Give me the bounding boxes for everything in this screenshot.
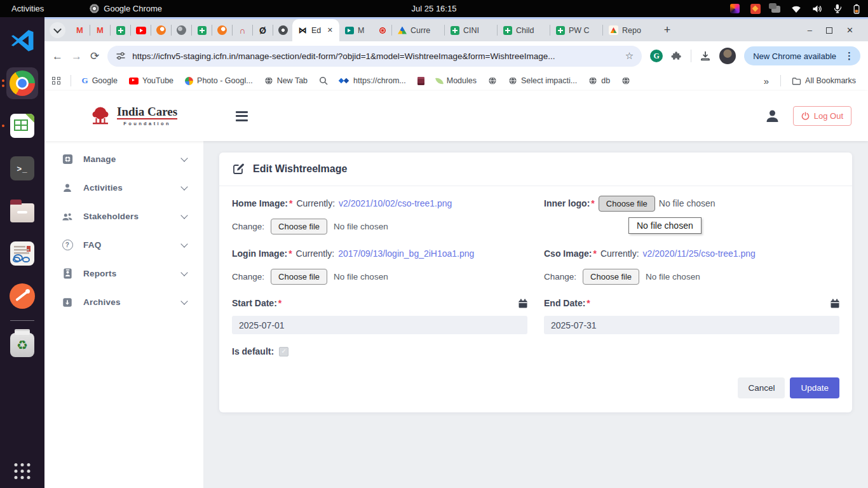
pinned-tab-red-arc[interactable]: ∩ [233, 19, 252, 41]
site-settings-icon[interactable] [116, 51, 126, 61]
extensions-puzzle-icon[interactable] [671, 50, 682, 62]
dock-vscode-icon[interactable] [6, 25, 38, 57]
logout-button[interactable]: Log Out [793, 106, 851, 126]
dock-document-viewer-icon[interactable] [6, 238, 38, 269]
bookmark-star-icon[interactable]: ☆ [625, 50, 634, 62]
chevron-down-icon [180, 240, 187, 247]
microphone-icon[interactable] [833, 4, 842, 13]
sidebar-item-reports[interactable]: Reports [44, 259, 203, 288]
cso-image-current-link[interactable]: v2/2020/11/25/cso-tree1.png [643, 248, 756, 259]
dock-files-icon[interactable] [6, 195, 38, 227]
bookmark-globe[interactable] [617, 74, 635, 87]
home-image-choose-file-button[interactable]: Choose file [271, 219, 327, 234]
all-bookmarks-button[interactable]: All Bookmarks [787, 74, 860, 87]
bookmark-globe[interactable] [484, 74, 501, 87]
volume-icon[interactable] [812, 4, 822, 13]
address-bar[interactable]: https://icfnv5-staging.icfn.in/manage-se… [107, 46, 642, 67]
pinned-tab-gmail[interactable]: M [91, 19, 109, 41]
bookmark-google[interactable]: G Google [78, 74, 122, 88]
bookmark-maroon[interactable] [413, 75, 429, 87]
login-image-choose-file-button[interactable]: Choose file [271, 269, 327, 285]
tab-meet[interactable]: M [339, 19, 391, 41]
sidebar-item-faq[interactable]: ? FAQ [44, 231, 203, 259]
pinned-tab-globe[interactable] [172, 19, 191, 41]
sidebar-item-activities[interactable]: Activities [44, 173, 203, 202]
pinned-tab-null-app[interactable]: Ø [254, 19, 272, 41]
activities-button[interactable]: Activities [0, 0, 55, 17]
bookmark-modules[interactable]: Modules [431, 74, 481, 87]
dock-libreoffice-calc-icon[interactable] [6, 110, 38, 142]
sidebar-toggle-hamburger-icon[interactable] [233, 109, 250, 124]
reload-button[interactable]: ⟳ [90, 51, 99, 62]
close-window-button[interactable]: ✕ [846, 26, 853, 34]
tab-repo[interactable]: Repo [603, 19, 655, 41]
bookmark-chrome-link[interactable]: https://chrom... [335, 74, 410, 87]
active-tab[interactable]: ⋈ Ed ✕ [292, 19, 339, 41]
pinned-tab-gmail[interactable]: M [71, 19, 89, 41]
globe-icon [508, 76, 517, 85]
sidebar-item-archives[interactable]: Archives [44, 288, 203, 316]
bookmark-search[interactable] [315, 74, 332, 87]
sidebar-item-stakeholders[interactable]: Stakeholders [44, 202, 203, 231]
bookmarks-overflow-chevron[interactable]: » [759, 76, 774, 86]
new-tab-button[interactable]: + [659, 22, 675, 39]
battery-icon[interactable] [853, 4, 860, 14]
home-image-current-link[interactable]: v2/2021/10/02/cso-tree1.png [339, 198, 452, 208]
tab-sheet-cini[interactable]: CINI [445, 19, 497, 41]
back-button[interactable]: ← [52, 51, 63, 62]
bookmark-db[interactable]: db [584, 74, 614, 87]
profile-avatar[interactable] [719, 48, 736, 64]
tab-drive[interactable]: Curre [392, 19, 444, 41]
clock[interactable]: Jul 25 16:15 [412, 4, 457, 13]
focused-app-indicator[interactable]: Google Chrome [90, 4, 162, 13]
is-default-checkbox[interactable]: ✓ [279, 347, 288, 356]
calendar-icon[interactable] [519, 299, 527, 308]
end-date-input[interactable] [544, 316, 839, 334]
chevron-down-icon [180, 269, 187, 276]
dock-trash-icon[interactable]: ♻ [6, 329, 38, 361]
login-image-current-link[interactable]: 2017/09/13/login_bg_2iH1oa1.png [338, 248, 474, 259]
app-tray-cube-icon[interactable] [730, 4, 740, 13]
bookmark-select-impact[interactable]: Select impacti... [504, 74, 581, 87]
bookmark-new-tab[interactable]: New Tab [260, 74, 312, 87]
cso-image-choose-file-button[interactable]: Choose file [583, 269, 639, 285]
pinned-tab-sheets[interactable] [111, 19, 130, 41]
pinned-tab-orange-app[interactable] [213, 19, 231, 41]
cancel-button[interactable]: Cancel [738, 377, 785, 398]
pinned-tab-sheets[interactable] [193, 19, 211, 41]
close-tab-icon[interactable]: ✕ [327, 26, 333, 34]
wifi-icon[interactable] [791, 4, 801, 13]
site-logo[interactable]: India Cares Foundation [89, 105, 177, 127]
dock-chrome-icon[interactable] [6, 67, 38, 99]
downloads-icon[interactable] [700, 50, 711, 62]
pinned-tab-youtube[interactable] [132, 19, 150, 41]
bookmark-google-photos[interactable]: Photo - Googl... [180, 74, 257, 87]
screen-share-icon[interactable] [750, 4, 761, 14]
header-right: Log Out [764, 106, 868, 126]
apps-grid-icon[interactable] [52, 77, 60, 85]
tab-search-button[interactable] [50, 22, 65, 38]
person-icon [61, 182, 74, 194]
dock-postman-icon[interactable] [6, 280, 38, 312]
dock-terminal-icon[interactable]: >_ [6, 152, 38, 184]
meet-icon [345, 27, 354, 34]
pinned-tab-orange-app[interactable] [152, 19, 170, 41]
grammarly-extension-icon[interactable]: G [650, 50, 663, 62]
bookmark-youtube[interactable]: YouTube [125, 74, 178, 87]
new-chrome-available-button[interactable]: New Chrome available ⋮ [744, 46, 860, 65]
inner-logo-choose-file-button[interactable]: Choose file [599, 196, 655, 212]
forward-button[interactable]: → [71, 51, 82, 62]
minimize-button[interactable]: – [808, 26, 812, 34]
user-profile-icon[interactable] [764, 108, 780, 124]
update-button[interactable]: Update [790, 377, 839, 398]
restore-button[interactable] [826, 27, 832, 34]
tab-sheet-pw[interactable]: PW C [550, 19, 602, 41]
sidebar-item-manage[interactable]: Manage [44, 145, 203, 173]
tab-sheet-child[interactable]: Child [498, 19, 550, 41]
browser-menu-kebab-icon[interactable]: ⋮ [843, 50, 856, 62]
calendar-icon[interactable] [831, 299, 839, 308]
start-date-input[interactable] [232, 316, 527, 334]
pinned-tab-dark-knot[interactable] [274, 19, 292, 41]
show-applications-button[interactable] [15, 463, 31, 479]
chat-tray-icon[interactable] [771, 6, 780, 13]
